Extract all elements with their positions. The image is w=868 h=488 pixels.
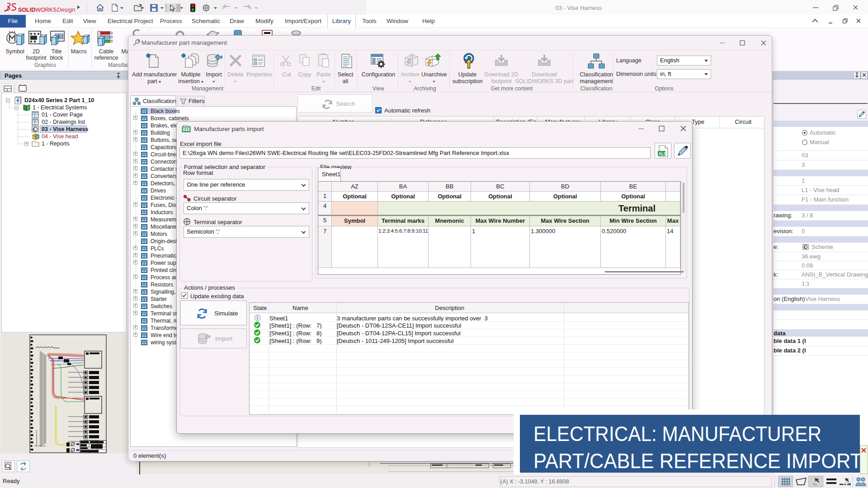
svg-text:8: 8 — [804, 246, 806, 249]
svg-text:XLS: XLS — [659, 151, 666, 156]
svg-text:Design: Design — [57, 6, 75, 13]
svg-text:SOLIDWORKS: SOLIDWORKS — [18, 7, 57, 13]
svg-text:8: 8 — [33, 127, 35, 131]
